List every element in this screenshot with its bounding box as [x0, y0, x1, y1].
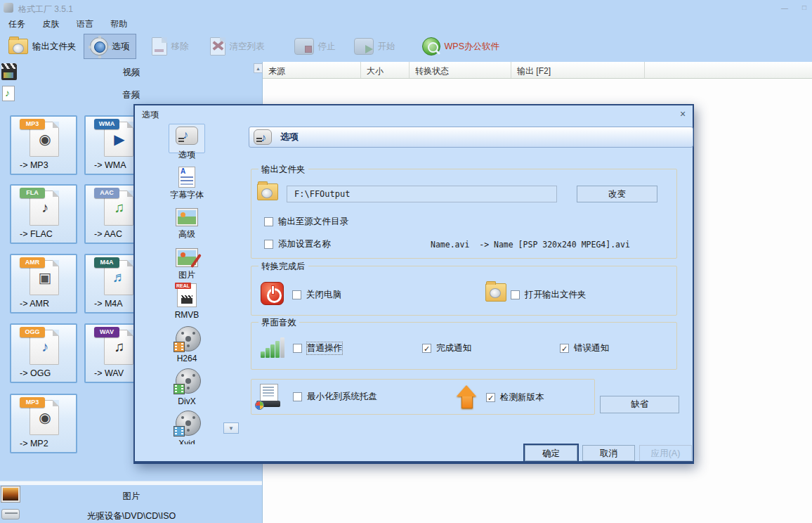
menu-language[interactable]: 语言: [70, 15, 100, 33]
nav-label-rmvb[interactable]: RMVB: [135, 310, 239, 320]
wav-tag: WAV: [94, 327, 119, 337]
shutdown-checkbox[interactable]: [292, 290, 301, 299]
toolbar: 输出文件夹 选项 移除 清空列表 停止 开始 WPS办公软件: [3, 32, 505, 60]
column-status[interactable]: 转换状态: [410, 62, 511, 78]
output-folder-label: 输出文件夹: [32, 41, 77, 53]
menu-skin[interactable]: 皮肤: [35, 15, 66, 33]
wps-label: WPS办公软件: [445, 41, 499, 53]
sidebar-separator: [0, 481, 262, 485]
column-size[interactable]: 大小: [361, 62, 410, 78]
output-path-folder-icon[interactable]: [257, 183, 278, 200]
check-version-row: ✓ 检测新版本: [486, 392, 544, 403]
maximize-button[interactable]: □: [795, 4, 812, 13]
start-button[interactable]: 开始: [348, 35, 401, 58]
options-button[interactable]: 选项: [84, 34, 136, 59]
options-dialog: 选项 × 选项 字幕字体 高级 图片 REAL RMVB H264 D: [133, 104, 694, 464]
cancel-button[interactable]: 取消: [582, 445, 635, 461]
change-button[interactable]: 改变: [577, 186, 657, 202]
format-tile-mp2[interactable]: MP3 ◉ -> MP2: [10, 394, 77, 453]
flac-label: -> FLAC: [20, 229, 53, 239]
ogg-glyph: ♪: [11, 339, 79, 355]
normal-action-label[interactable]: 普通操作: [307, 342, 342, 354]
update-arrow-icon: [457, 385, 476, 396]
ok-button[interactable]: 确定: [525, 445, 577, 461]
m4a-tag: M4A: [94, 257, 119, 268]
output-path-field[interactable]: F:\FFOutput: [287, 186, 557, 202]
nav-label-options[interactable]: 选项: [135, 149, 239, 161]
error-notify-label[interactable]: 错误通知: [574, 342, 609, 354]
minimize-tray-checkbox[interactable]: [293, 392, 302, 401]
shutdown-row: 关闭电脑: [292, 290, 341, 300]
flac-glyph: ♪: [11, 200, 79, 216]
gear-icon: [90, 37, 108, 56]
nav-scroll-down-button[interactable]: ▼: [223, 422, 239, 434]
check-version-label[interactable]: 检测新版本: [500, 392, 544, 403]
clear-list-button[interactable]: 清空列表: [204, 34, 270, 58]
menu-bar: 任务 皮肤 语言 帮助: [1, 15, 134, 33]
wps-button[interactable]: WPS办公软件: [417, 34, 505, 58]
default-button[interactable]: 缺省: [600, 396, 679, 413]
to-source-dir-label[interactable]: 输出至源文件目录: [278, 216, 348, 228]
nav-label-subtitle-font[interactable]: 字幕字体: [135, 189, 239, 201]
sidebar-category-rom[interactable]: 光驱设备\DVD\CD\ISO: [0, 510, 263, 522]
wps-globe-icon: [422, 37, 440, 56]
to-source-dir-row: 输出至源文件目录: [264, 217, 348, 227]
append-name-checkbox[interactable]: [264, 240, 273, 249]
stop-button[interactable]: 停止: [289, 35, 341, 58]
sidebar-scroll-up[interactable]: ▲: [254, 63, 263, 73]
format-tile-flac[interactable]: FLA ♪ -> FLAC: [10, 184, 77, 244]
sidebar-category-video[interactable]: 视频: [0, 67, 263, 79]
xvid-reel-icon: [176, 411, 201, 436]
format-tile-ogg[interactable]: OGG ♪ -> OGG: [10, 323, 77, 383]
dialog-title: 选项: [142, 109, 159, 121]
mp3-tag: MP3: [20, 119, 45, 129]
apply-button[interactable]: 应用(A): [639, 445, 692, 461]
shutdown-power-icon: [261, 282, 284, 305]
rename-example: Name.avi -> Name [PSP 320x240 MPEG4].avi: [431, 240, 630, 250]
remove-label: 移除: [171, 41, 189, 53]
to-source-dir-checkbox[interactable]: [264, 217, 273, 226]
dialog-close-icon[interactable]: ×: [680, 109, 686, 119]
options-label: 选项: [112, 41, 130, 53]
minimize-tray-label[interactable]: 最小化到系统托盘: [307, 391, 377, 403]
column-source[interactable]: 来源: [263, 62, 361, 78]
nav-label-divx[interactable]: DivX: [135, 396, 239, 406]
sidebar-category-picture[interactable]: 图片: [0, 491, 263, 503]
dialog-banner: 选项: [249, 127, 693, 148]
done-notify-label[interactable]: 完成通知: [436, 342, 471, 354]
done-notify-checkbox[interactable]: ✓: [422, 344, 431, 353]
format-tile-mp3[interactable]: MP3 ◉ -> MP3: [10, 115, 77, 175]
nav-label-h264[interactable]: H264: [135, 354, 239, 363]
format-tile-amr[interactable]: AMR ▣ -> AMR: [10, 254, 77, 314]
wma-label: -> WMA: [94, 160, 126, 170]
output-folder-button[interactable]: 输出文件夹: [3, 36, 82, 57]
column-output[interactable]: 输出 [F2]: [511, 62, 645, 78]
start-icon: [354, 38, 374, 55]
app-window: 格式工厂 3.5.1 — □ 任务 皮肤 语言 帮助 输出文件夹 选项 移除 清…: [0, 0, 812, 523]
mp3-glyph: ◉: [11, 131, 79, 148]
append-name-row: 添加设置名称: [264, 239, 331, 250]
nav-label-advanced[interactable]: 高级: [135, 228, 239, 240]
open-output-checkbox[interactable]: [511, 290, 520, 299]
minimize-button[interactable]: —: [775, 4, 794, 14]
aac-label: -> AAC: [94, 229, 122, 239]
open-output-label[interactable]: 打开输出文件夹: [525, 289, 587, 301]
m4a-label: -> M4A: [94, 299, 123, 309]
menu-help[interactable]: 帮助: [103, 15, 134, 33]
normal-action-checkbox[interactable]: [293, 344, 302, 353]
ogg-tag: OGG: [20, 327, 45, 337]
check-version-checkbox[interactable]: ✓: [486, 393, 495, 402]
mp2-label: -> MP2: [20, 439, 48, 448]
append-name-label[interactable]: 添加设置名称: [278, 238, 331, 250]
shutdown-label[interactable]: 关闭电脑: [306, 289, 341, 301]
mp3-label: -> MP3: [20, 160, 48, 170]
stop-icon: [294, 38, 314, 55]
error-notify-checkbox[interactable]: ✓: [560, 344, 569, 353]
nav-label-picture[interactable]: 图片: [135, 269, 239, 281]
menu-task[interactable]: 任务: [1, 15, 32, 33]
after-conversion-group: 转换完成后 关闭电脑 打开输出文件夹: [251, 266, 677, 316]
app-icon: [4, 3, 13, 13]
remove-button[interactable]: 移除: [146, 34, 195, 58]
sidebar-category-audio[interactable]: 音频: [0, 89, 263, 101]
nav-label-xvid[interactable]: Xvid: [135, 439, 239, 444]
